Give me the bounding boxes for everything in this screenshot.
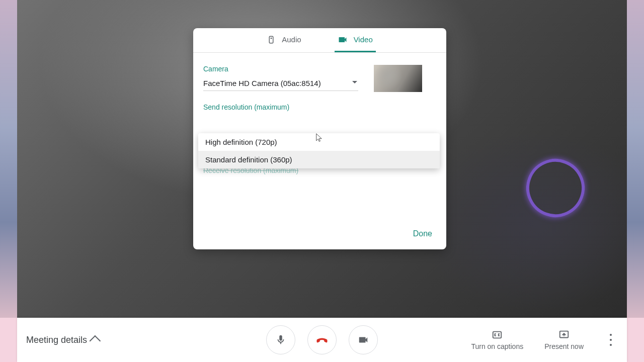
phone-hangup-icon [315, 333, 329, 347]
settings-dialog: Audio Video Camera FaceTime HD Camera (0… [193, 28, 446, 249]
tab-audio[interactable]: Audio [264, 28, 304, 52]
meeting-details-button[interactable]: Meeting details [26, 318, 100, 362]
camera-value: FaceTime HD Camera (05ac:8514) [203, 79, 321, 87]
tab-audio-label: Audio [282, 35, 301, 44]
meeting-details-label: Meeting details [26, 335, 87, 345]
svg-point-1 [271, 37, 272, 39]
left-border [0, 0, 17, 318]
done-button[interactable]: Done [413, 229, 432, 238]
svg-rect-2 [493, 332, 502, 338]
center-controls [266, 325, 378, 354]
settings-body: Camera FaceTime HD Camera (05ac:8514) Se… [193, 53, 446, 249]
hangup-button[interactable] [307, 325, 337, 354]
present-icon [558, 329, 570, 340]
video-icon [338, 35, 348, 45]
microphone-icon [275, 334, 286, 345]
mute-button[interactable] [266, 325, 295, 354]
video-icon [358, 334, 369, 345]
send-option-360p[interactable]: Standard definition (360p) [198, 151, 440, 168]
captions-icon [492, 329, 503, 340]
captions-label: Turn on captions [471, 342, 523, 350]
camera-toggle-button[interactable] [349, 325, 378, 354]
tab-video[interactable]: Video [335, 28, 376, 52]
dot-icon [610, 339, 612, 341]
right-border [627, 0, 644, 318]
settings-tabs: Audio Video [193, 28, 446, 53]
speaker-icon [267, 35, 276, 44]
svg-rect-0 [270, 36, 274, 43]
present-button[interactable]: Present now [544, 329, 584, 350]
right-controls: Turn on captions Present now [471, 318, 617, 362]
mic-ring-deco [518, 151, 593, 226]
dot-icon [610, 344, 612, 346]
tab-video-label: Video [354, 35, 373, 44]
dot-icon [610, 334, 612, 336]
send-resolution-label: Send resolution (maximum) [203, 103, 436, 111]
chevron-down-icon [352, 81, 357, 83]
camera-preview [374, 65, 422, 92]
chevron-up-icon [90, 335, 101, 347]
present-label: Present now [544, 342, 584, 350]
send-option-720p[interactable]: High definition (720p) [198, 133, 440, 151]
captions-button[interactable]: Turn on captions [471, 329, 523, 350]
more-options-button[interactable] [605, 333, 617, 347]
camera-select[interactable]: FaceTime HD Camera (05ac:8514) [203, 77, 358, 91]
send-resolution-dropdown: High definition (720p) Standard definiti… [198, 133, 440, 168]
call-bar: Meeting details Turn on captio [17, 318, 627, 362]
send-resolution-group: Send resolution (maximum) [203, 103, 436, 111]
